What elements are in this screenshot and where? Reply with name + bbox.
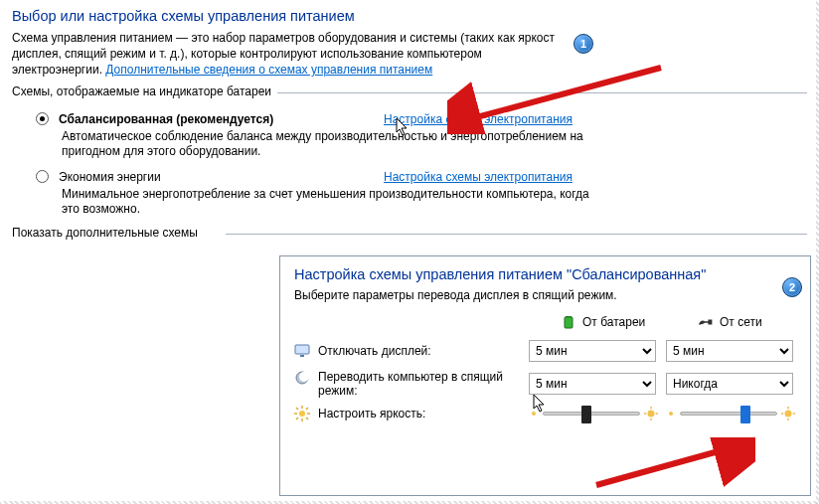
- svg-rect-1: [565, 317, 573, 328]
- intro-line: электроэнергии.: [12, 63, 105, 77]
- svg-point-5: [299, 372, 309, 382]
- ac-column-label: От сети: [720, 315, 762, 329]
- plug-icon: [698, 314, 714, 330]
- sleep-battery-select[interactable]: 5 мин: [529, 373, 656, 395]
- svg-point-6: [299, 411, 305, 417]
- svg-line-14: [296, 418, 298, 420]
- svg-point-16: [648, 411, 655, 418]
- intro-line: Схема управления питанием — это набор па…: [12, 31, 555, 45]
- sun-large-icon: [644, 407, 658, 420]
- sun-small-icon: [666, 409, 676, 419]
- plan-description: Автоматическое соблюдение баланса между …: [62, 129, 592, 160]
- plan-item: Экономия энергии Настройка схемы электро…: [36, 170, 592, 218]
- svg-line-13: [306, 408, 308, 410]
- show-more-group: Показать дополнительные схемы: [12, 234, 807, 244]
- plans-group-label: Схемы, отображаемые на индикаторе батаре…: [12, 84, 277, 98]
- annotation-badge-1: 1: [573, 34, 593, 54]
- plan-item: Сбалансированная (рекомендуется) Настрой…: [36, 112, 592, 160]
- intro-line: дисплея, спящий режим и т. д.), которые …: [12, 47, 482, 61]
- plan-radio-balanced[interactable]: [36, 112, 49, 125]
- sun-large-icon: [781, 407, 795, 420]
- brightness-label: Настроить яркость:: [318, 407, 425, 420]
- monitor-icon: [294, 343, 310, 359]
- ac-column-header: От сети: [666, 314, 803, 330]
- sleep-label: Переводить компьютер в спящий режим:: [318, 370, 517, 398]
- plan-description: Минимальное энергопотребление за счет ум…: [62, 187, 592, 218]
- battery-icon: [561, 314, 576, 330]
- panel-title: Настройка схемы управления питанием "Сба…: [294, 266, 796, 282]
- plan-radio-economy[interactable]: [36, 170, 49, 183]
- display-off-ac-select[interactable]: 5 мин: [666, 340, 793, 362]
- setting-row-sleep: Переводить компьютер в спящий режим: 5 м…: [294, 370, 796, 398]
- sleep-ac-select[interactable]: Никогда: [666, 373, 793, 395]
- svg-rect-3: [300, 355, 304, 357]
- plan-settings-link-balanced[interactable]: Настройка схемы электропитания: [384, 112, 573, 126]
- svg-point-21: [669, 412, 673, 416]
- moon-icon: [294, 370, 310, 386]
- plan-settings-link-economy[interactable]: Настройка схемы электропитания: [384, 170, 573, 184]
- annotation-badge-2: 2: [782, 277, 802, 297]
- svg-point-22: [785, 411, 792, 418]
- svg-rect-2: [295, 345, 309, 354]
- panel-description: Выберите параметры перевода дисплея в сп…: [294, 288, 796, 302]
- learn-more-link[interactable]: Дополнительные сведения о схемах управле…: [105, 63, 432, 77]
- plan-name: Экономия энергии: [59, 170, 161, 184]
- setting-row-display-off: Отключать дисплей: 5 мин 5 мин: [294, 340, 796, 362]
- svg-line-12: [306, 418, 308, 420]
- sun-small-icon: [529, 409, 539, 419]
- divider: [226, 234, 807, 235]
- column-headers: От батареи От сети: [294, 314, 796, 330]
- display-off-label: Отключать дисплей:: [318, 344, 431, 358]
- brightness-icon: [294, 406, 310, 421]
- setting-row-brightness: Настроить яркость:: [294, 406, 796, 421]
- display-off-battery-select[interactable]: 5 мин: [529, 340, 656, 362]
- svg-point-15: [532, 412, 536, 416]
- brightness-battery-slider[interactable]: [543, 412, 640, 416]
- page-title: Выбор или настройка схемы управления пит…: [12, 8, 807, 24]
- battery-column-header: От батареи: [529, 314, 666, 330]
- plans-group: Схемы, отображаемые на индикаторе батаре…: [12, 92, 807, 218]
- battery-column-label: От батареи: [582, 315, 645, 329]
- brightness-ac-slider[interactable]: [680, 412, 777, 416]
- plan-name: Сбалансированная (рекомендуется): [59, 112, 273, 126]
- plan-settings-panel: Настройка схемы управления питанием "Сба…: [279, 255, 811, 496]
- svg-line-11: [296, 408, 298, 410]
- show-more-label[interactable]: Показать дополнительные схемы: [12, 226, 204, 240]
- intro-text: Схема управления питанием — это набор па…: [12, 30, 569, 79]
